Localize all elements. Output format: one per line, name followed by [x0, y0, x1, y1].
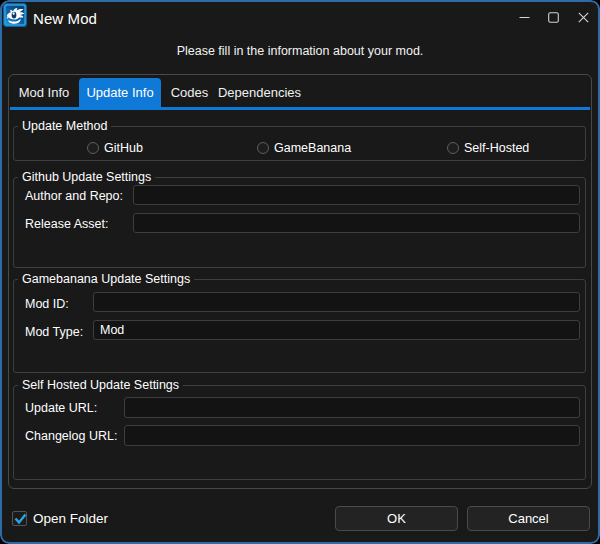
maximize-icon	[548, 12, 559, 23]
tab-strip: Mod Info Update Info Codes Dependencies	[9, 78, 301, 107]
tab-codes[interactable]: Codes	[161, 78, 218, 107]
new-mod-dialog: New Mod Please fill in the information a…	[0, 0, 600, 544]
tab-mod-info[interactable]: Mod Info	[9, 78, 79, 107]
group-gamebanana-settings-title: Gamebanana Update Settings	[18, 272, 194, 287]
ok-button[interactable]: OK	[335, 506, 458, 531]
update-url-label: Update URL:	[25, 401, 97, 415]
radio-github-circle	[87, 142, 99, 154]
radio-gamebanana[interactable]: GameBanana	[257, 141, 351, 155]
open-folder-checkbox-box	[12, 511, 27, 526]
group-github-settings-title: Github Update Settings	[18, 170, 155, 185]
mod-type-label: Mod Type:	[25, 325, 83, 339]
close-button[interactable]	[568, 2, 598, 32]
update-url-input[interactable]	[124, 397, 580, 418]
open-folder-checkbox[interactable]: Open Folder	[12, 511, 108, 526]
maximize-button[interactable]	[538, 2, 568, 32]
mod-type-combobox[interactable]	[93, 320, 580, 340]
mod-id-input[interactable]	[93, 292, 580, 312]
window-title: New Mod	[33, 10, 97, 27]
changelog-url-label: Changelog URL:	[25, 429, 117, 443]
minimize-button[interactable]	[509, 2, 539, 32]
group-selfhosted-settings-title: Self Hosted Update Settings	[18, 378, 183, 393]
author-repo-label: Author and Repo:	[25, 189, 123, 203]
release-asset-input[interactable]	[133, 213, 580, 233]
minimize-icon	[519, 12, 530, 23]
group-update-method-title: Update Method	[18, 119, 111, 134]
changelog-url-input[interactable]	[124, 425, 580, 446]
open-folder-label: Open Folder	[33, 511, 108, 526]
tab-dependencies[interactable]: Dependencies	[218, 78, 301, 107]
author-repo-input[interactable]	[133, 185, 580, 205]
radio-self-hosted-circle	[447, 142, 459, 154]
dialog-subtitle: Please fill in the information about you…	[0, 44, 600, 58]
tab-update-info[interactable]: Update Info	[79, 78, 161, 107]
mod-id-label: Mod ID:	[25, 297, 69, 311]
release-asset-label: Release Asset:	[25, 217, 108, 231]
radio-github[interactable]: GitHub	[87, 141, 143, 155]
close-icon	[578, 12, 589, 23]
check-icon	[13, 511, 28, 526]
radio-gamebanana-circle	[257, 142, 269, 154]
tab-underline	[10, 107, 590, 110]
radio-self-hosted[interactable]: Self-Hosted	[447, 141, 529, 155]
cancel-button[interactable]: Cancel	[467, 506, 590, 531]
app-icon	[3, 3, 27, 27]
